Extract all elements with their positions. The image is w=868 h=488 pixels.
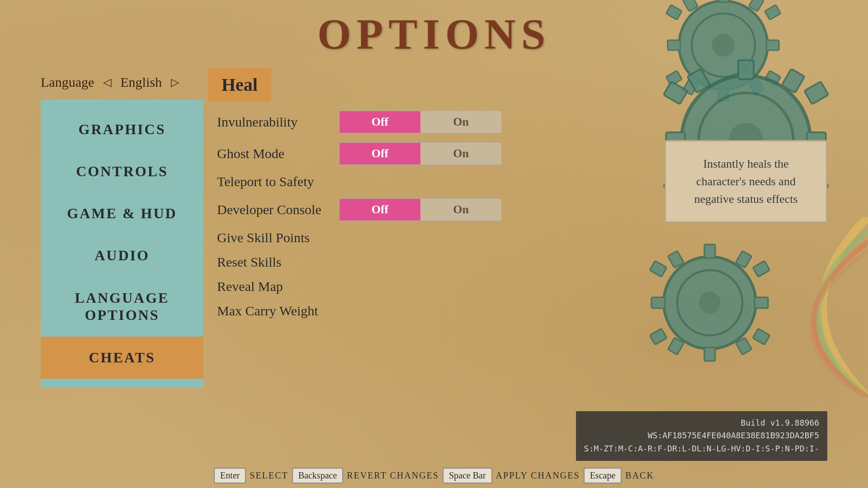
- toggle-dev-console-off[interactable]: Off: [340, 199, 420, 221]
- label-select: SELECT: [250, 470, 288, 481]
- main-content: Heal Invulnerability Off On Ghost Mode O…: [208, 68, 502, 323]
- sidebar-item-controls[interactable]: CONTROLS: [41, 150, 203, 192]
- cheat-name-teleport[interactable]: Teleport to Safety: [208, 174, 502, 189]
- cheat-name-ghost-mode: Ghost Mode: [208, 146, 339, 161]
- cheats-list: Invulnerability Off On Ghost Mode Off On…: [208, 106, 502, 323]
- sidebar-item-language-options[interactable]: LANGUAGEOPTIONS: [41, 277, 203, 337]
- cheat-name-skill-points[interactable]: Give Skill Points: [208, 230, 502, 245]
- language-prev-arrow[interactable]: ◁: [103, 76, 111, 89]
- toggle-invulnerability[interactable]: Off On: [339, 111, 502, 133]
- cheats-header[interactable]: Heal: [208, 68, 271, 102]
- toggle-invulnerability-off[interactable]: Off: [340, 111, 420, 133]
- cheat-name-max-carry-weight[interactable]: Max Carry Weight: [208, 303, 502, 319]
- cheat-name-reset-skills[interactable]: Reset Skills: [208, 254, 502, 270]
- sidebar-item-cheats[interactable]: CHEATS: [41, 337, 203, 379]
- key-space: Space Bar: [443, 468, 492, 483]
- toggle-ghost-mode-off[interactable]: Off: [340, 143, 420, 164]
- key-escape: Escape: [584, 468, 622, 483]
- sidebar-item-game-hud[interactable]: GAME & HUD: [41, 192, 203, 235]
- language-label: Language: [41, 75, 94, 90]
- language-next-arrow[interactable]: ▷: [171, 76, 179, 89]
- sidebar: GRAPHICS CONTROLS GAME & HUD AUDIO LANGU…: [41, 99, 203, 388]
- cheat-name-dev-console: Developer Console: [208, 202, 339, 217]
- cheat-item-reveal-map: Reveal Map: [208, 274, 502, 299]
- language-value: English: [120, 75, 162, 90]
- page-title: OPTIONS: [0, 9, 868, 59]
- cheat-item-reset-skills: Reset Skills: [208, 250, 502, 274]
- toggle-ghost-mode-on[interactable]: On: [420, 143, 501, 164]
- svg-rect-18: [738, 60, 754, 79]
- label-revert: REVERT CHANGES: [347, 470, 439, 481]
- cheat-item-ghost-mode: Ghost Mode Off On: [208, 138, 502, 169]
- label-apply: APPLY CHANGES: [496, 470, 580, 481]
- toggle-ghost-mode[interactable]: Off On: [339, 142, 502, 165]
- label-back: BACK: [625, 470, 654, 481]
- cheat-item-dev-console: Developer Console Off On: [208, 194, 502, 225]
- cheat-item-max-carry-weight: Max Carry Weight: [208, 299, 502, 323]
- key-backspace: Backspace: [292, 468, 344, 483]
- cheat-item-teleport: Teleport to Safety: [208, 169, 502, 194]
- toggle-invulnerability-on[interactable]: On: [420, 111, 501, 133]
- key-enter: Enter: [214, 468, 246, 483]
- build-line2: WS:AF18575E4FE040A8E38E81B923DA2BF5: [584, 429, 819, 442]
- build-info: Build v1.9.88966 WS:AF18575E4FE040A8E38E…: [576, 411, 827, 461]
- cheat-item-skill-points: Give Skill Points: [208, 225, 502, 250]
- decorative-arcs: [642, 217, 868, 398]
- toggle-dev-console[interactable]: Off On: [339, 198, 502, 221]
- svg-rect-29: [664, 81, 688, 104]
- build-line3: S:M-ZT:M-C:A-R:F-DR:L-DL:N-LG-HV:D-I:S-P…: [584, 442, 819, 455]
- toggle-dev-console-on[interactable]: On: [420, 199, 501, 221]
- sidebar-item-audio[interactable]: AUDIO: [41, 235, 203, 277]
- cheat-name-reveal-map[interactable]: Reveal Map: [208, 279, 502, 294]
- cheat-name-invulnerability: Invulnerability: [208, 114, 339, 130]
- cheat-item-invulnerability: Invulnerability Off On: [208, 106, 502, 138]
- tooltip-box: Instantly heals the character's needs an…: [665, 140, 827, 223]
- language-row: Language ◁ English ▷: [41, 75, 179, 90]
- svg-rect-28: [804, 81, 828, 104]
- build-line1: Build v1.9.88966: [584, 417, 819, 430]
- bottom-bar: Enter SELECT Backspace REVERT CHANGES Sp…: [0, 468, 868, 483]
- sidebar-item-graphics[interactable]: GRAPHICS: [41, 108, 203, 150]
- svg-rect-3: [718, 0, 728, 2]
